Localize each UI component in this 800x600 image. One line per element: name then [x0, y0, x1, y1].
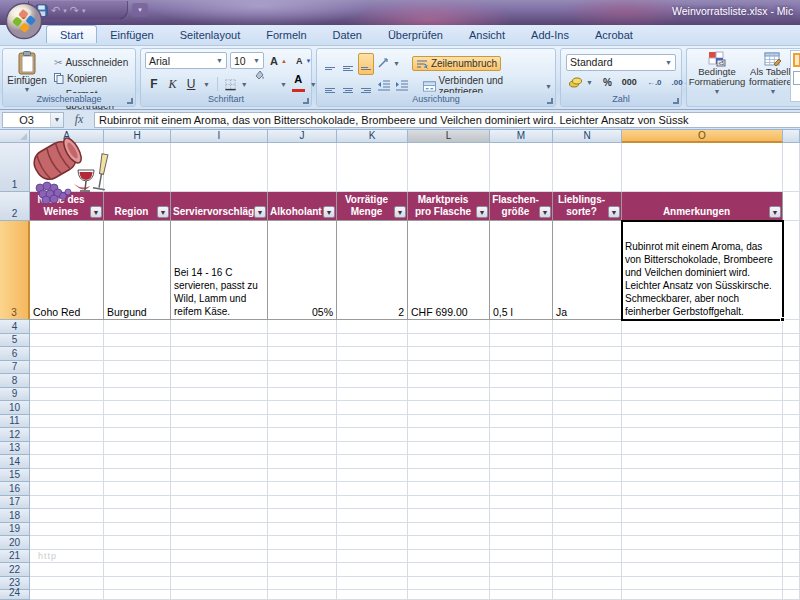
cell-O5[interactable]	[622, 334, 783, 348]
cell-J5[interactable]	[268, 334, 337, 348]
cell-J23[interactable]	[268, 577, 337, 591]
cell-K20[interactable]	[337, 536, 408, 550]
row-header-17[interactable]: 17	[0, 496, 30, 510]
copy-button[interactable]: Kopieren	[51, 72, 110, 85]
cell-partial-7[interactable]	[783, 361, 800, 375]
cell-O17[interactable]	[622, 496, 783, 510]
row-header-14[interactable]: 14	[0, 455, 30, 469]
orientation-button[interactable]	[376, 54, 391, 74]
cell-A2[interactable]: Name des Weines▼	[30, 192, 104, 221]
cell-M1[interactable]	[490, 143, 553, 192]
cell-I8[interactable]	[171, 374, 268, 388]
cell-K22[interactable]	[337, 563, 408, 577]
cell-L12[interactable]	[408, 428, 490, 442]
cell-N16[interactable]	[553, 482, 622, 496]
row-header-7[interactable]: 7	[0, 361, 30, 375]
cell-H24[interactable]	[104, 590, 171, 600]
cell-I3[interactable]: Bei 14 - 16 C servieren, passt zu Wild, …	[171, 221, 268, 320]
cell-K23[interactable]	[337, 577, 408, 591]
cell-N18[interactable]	[553, 509, 622, 523]
cell-O19[interactable]	[622, 523, 783, 537]
row-header-9[interactable]: 9	[0, 388, 30, 402]
row-header-20[interactable]: 20	[0, 536, 30, 550]
alignment-dialog-launcher-icon[interactable]	[547, 98, 553, 104]
cell-K18[interactable]	[337, 509, 408, 523]
percent-button[interactable]: %	[600, 76, 615, 89]
cell-N19[interactable]	[553, 523, 622, 537]
cell-I4[interactable]	[171, 320, 268, 334]
tab-ansicht[interactable]: Ansicht	[456, 26, 518, 43]
cell-I2[interactable]: Serviervorschläg▼	[171, 192, 268, 221]
cell-N23[interactable]	[553, 577, 622, 591]
font-color-button[interactable]: A	[292, 75, 305, 93]
cell-A17[interactable]	[30, 496, 104, 510]
cell-O7[interactable]	[622, 361, 783, 375]
cell-O12[interactable]	[622, 428, 783, 442]
cell-partial-17[interactable]	[783, 496, 800, 510]
office-button[interactable]	[5, 2, 43, 40]
cell-O10[interactable]	[622, 401, 783, 415]
cell-I15[interactable]	[171, 469, 268, 483]
cell-A10[interactable]	[30, 401, 104, 415]
cell-L19[interactable]	[408, 523, 490, 537]
row-header-5[interactable]: 5	[0, 334, 30, 348]
cell-H2[interactable]: Region▼	[104, 192, 171, 221]
cell-partial-20[interactable]	[783, 536, 800, 550]
column-header-O[interactable]: O	[622, 130, 783, 143]
qat-customize-icon[interactable]: ▾	[132, 3, 148, 17]
cell-I22[interactable]	[171, 563, 268, 577]
cell-A11[interactable]	[30, 415, 104, 429]
column-header-H[interactable]: H	[104, 130, 171, 143]
cell-L23[interactable]	[408, 577, 490, 591]
cell-J8[interactable]	[268, 374, 337, 388]
cell-K6[interactable]	[337, 347, 408, 361]
clipboard-dialog-launcher-icon[interactable]	[127, 98, 133, 104]
cell-A18[interactable]	[30, 509, 104, 523]
cell-K11[interactable]	[337, 415, 408, 429]
cell-I23[interactable]	[171, 577, 268, 591]
cell-partial-21[interactable]	[783, 550, 800, 564]
cell-K4[interactable]	[337, 320, 408, 334]
column-header-K[interactable]: K	[337, 130, 408, 143]
row-header-3[interactable]: 3	[0, 221, 30, 320]
cell-L2[interactable]: Marktpreis pro Flasche▼	[408, 192, 490, 221]
cell-J9[interactable]	[268, 388, 337, 402]
cell-O22[interactable]	[622, 563, 783, 577]
cell-H17[interactable]	[104, 496, 171, 510]
column-header-A[interactable]: A	[30, 130, 104, 143]
cell-I11[interactable]	[171, 415, 268, 429]
cell-L11[interactable]	[408, 415, 490, 429]
cell-M23[interactable]	[490, 577, 553, 591]
cell-H20[interactable]	[104, 536, 171, 550]
cell-H14[interactable]	[104, 455, 171, 469]
cell-I24[interactable]	[171, 590, 268, 600]
filter-button-M[interactable]: ▼	[539, 206, 551, 218]
cell-A13[interactable]	[30, 442, 104, 456]
cell-M9[interactable]	[490, 388, 553, 402]
row-header-4[interactable]: 4	[0, 320, 30, 334]
cell-J7[interactable]	[268, 361, 337, 375]
cell-partial-12[interactable]	[783, 428, 800, 442]
cell-K16[interactable]	[337, 482, 408, 496]
cell-L10[interactable]	[408, 401, 490, 415]
cell-K2[interactable]: Vorrätige Menge▼	[337, 192, 408, 221]
paste-button[interactable]: Einfügen ▼	[6, 51, 48, 95]
cell-I14[interactable]	[171, 455, 268, 469]
cell-H12[interactable]	[104, 428, 171, 442]
cell-M19[interactable]	[490, 523, 553, 537]
filter-button-L[interactable]: ▼	[476, 206, 488, 218]
cell-H10[interactable]	[104, 401, 171, 415]
cell-J3[interactable]: 05%	[268, 221, 337, 320]
cell-L9[interactable]	[408, 388, 490, 402]
cell-K14[interactable]	[337, 455, 408, 469]
cell-N4[interactable]	[553, 320, 622, 334]
cell-H16[interactable]	[104, 482, 171, 496]
cell-H8[interactable]	[104, 374, 171, 388]
cell-partial-1[interactable]	[783, 143, 800, 192]
cell-L24[interactable]	[408, 590, 490, 600]
cell-partial-6[interactable]	[783, 347, 800, 361]
cell-L22[interactable]	[408, 563, 490, 577]
cell-N17[interactable]	[553, 496, 622, 510]
cell-partial-10[interactable]	[783, 401, 800, 415]
cell-I13[interactable]	[171, 442, 268, 456]
